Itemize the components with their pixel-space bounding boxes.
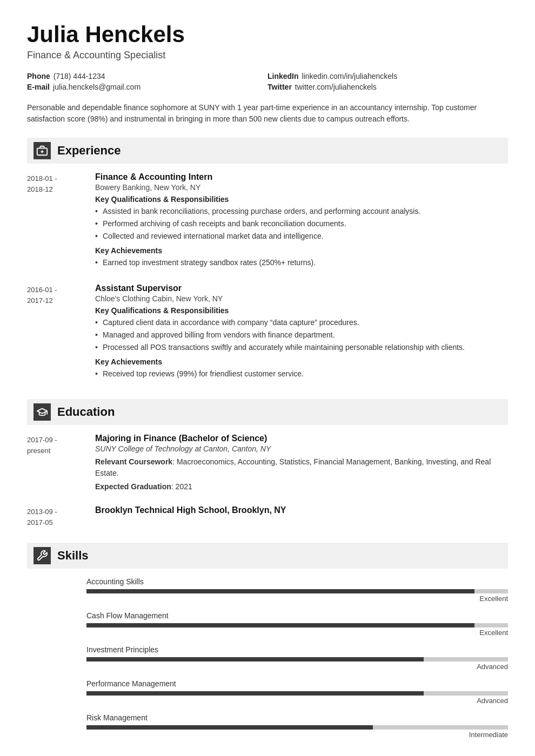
experience-entry-1-qual-label: Key Qualifications & Responsibilities (95, 195, 508, 204)
candidate-name: Julia Henckels (27, 22, 508, 48)
education-entry-1-graduation: Expected Graduation: 2021 (95, 481, 508, 492)
phone-contact: Phone (718) 444-1234 (27, 72, 268, 80)
twitter-contact: Twitter twitter.com/juliahenckels (268, 83, 508, 91)
candidate-subtitle: Finance & Accounting Specialist (27, 50, 508, 61)
experience-entry-2-qual-label: Key Qualifications & Responsibilities (95, 306, 508, 315)
list-item: Performed archiving of cash receipts and… (95, 218, 508, 230)
linkedin-label: LinkedIn (268, 72, 299, 80)
list-item: Earned top investment strategy sandbox r… (95, 257, 508, 268)
contact-grid: Phone (718) 444-1234 LinkedIn linkedin.c… (27, 72, 508, 91)
experience-entry-1-org: Bowery Banking, New York, NY (95, 183, 508, 192)
summary-text: Personable and dependable finance sophom… (27, 102, 508, 125)
graduation-label: Expected Graduation (95, 482, 171, 491)
skill-item-2: Investment Principles Advanced (86, 645, 508, 671)
experience-entry-1-ach-list: Earned top investment strategy sandbox r… (95, 257, 508, 268)
education-entry-2-title: Brooklyn Technical High School, Brooklyn… (95, 505, 508, 515)
linkedin-contact: LinkedIn linkedin.com/in/juliahenckels (268, 72, 508, 80)
skills-title: Skills (57, 549, 88, 563)
experience-entry-1-qual-list: Assisted in bank reconciliations, proces… (95, 206, 508, 242)
skill-bar-fill (86, 589, 474, 593)
skill-bar-fill (86, 725, 373, 730)
education-entry-1-org: SUNY College of Technology at Canton, Ca… (95, 444, 508, 453)
email-contact: E-mail julia.henckels@gmail.com (27, 83, 268, 91)
education-entry-1-date: 2017-09 -present (27, 434, 86, 495)
skill-bar-container (86, 623, 508, 627)
skill-item-0: Accounting Skills Excellent (86, 577, 508, 603)
experience-entry-2-date: 2016-01 -2017-12 (27, 284, 86, 384)
skill-item-3: Performance Management Advanced (86, 679, 508, 705)
skill-level: Intermediate (86, 731, 508, 739)
skill-name: Performance Management (86, 679, 508, 688)
education-entry-2-content: Brooklyn Technical High School, Brooklyn… (95, 505, 508, 528)
education-entry-1-coursework: Relevant Coursework: Macroeconomics, Acc… (95, 456, 508, 479)
experience-header: Experience (27, 138, 508, 164)
skills-icon (34, 547, 51, 564)
education-icon (34, 403, 51, 421)
list-item: Processed all POS transactions swiftly a… (95, 342, 508, 353)
skill-bar-fill (86, 657, 424, 662)
skill-bar-container (86, 657, 508, 662)
education-title: Education (57, 405, 115, 419)
phone-value: (718) 444-1234 (54, 72, 105, 80)
experience-entry-2-title: Assistant Supervisor (95, 284, 508, 293)
education-entry-1-title: Majoring in Finance (Bachelor of Science… (95, 434, 508, 443)
experience-entry-1-title: Finance & Accounting Intern (95, 172, 508, 182)
experience-entry-1-date: 2018-01 -2018-12 (27, 172, 86, 273)
education-entry-2-date: 2013-09 -2017-05 (27, 505, 86, 528)
list-item: Managed and approved billing from vendor… (95, 329, 508, 341)
experience-section: Experience 2018-01 -2018-12 Finance & Ac… (27, 138, 508, 384)
list-item: Captured client data in accordance with … (95, 317, 508, 328)
experience-icon (34, 142, 51, 159)
skill-level: Excellent (86, 595, 508, 603)
skill-bar-container (86, 725, 508, 730)
experience-entry-2: 2016-01 -2017-12 Assistant Supervisor Ch… (27, 284, 508, 384)
skill-item-4: Risk Management Intermediate (86, 713, 508, 739)
skills-list: Accounting Skills Excellent Cash Flow Ma… (27, 577, 508, 739)
twitter-label: Twitter (268, 83, 292, 91)
skill-level: Advanced (86, 697, 508, 705)
education-entry-1: 2017-09 -present Majoring in Finance (Ba… (27, 434, 508, 495)
experience-entry-2-ach-label: Key Achievements (95, 357, 508, 366)
email-label: E-mail (27, 83, 50, 91)
education-entry-1-content: Majoring in Finance (Bachelor of Science… (95, 434, 508, 495)
experience-entry-1-content: Finance & Accounting Intern Bowery Banki… (95, 172, 508, 273)
skill-name: Cash Flow Management (86, 611, 508, 620)
experience-title: Experience (57, 144, 121, 158)
skill-item-1: Cash Flow Management Excellent (86, 611, 508, 637)
education-section: Education 2017-09 -present Majoring in F… (27, 399, 508, 528)
graduation-value: 2021 (176, 482, 192, 491)
skill-bar-fill (86, 691, 424, 696)
skill-bar-container (86, 691, 508, 696)
linkedin-value: linkedin.com/in/juliahenckels (302, 72, 398, 80)
experience-entry-1-ach-label: Key Achievements (95, 246, 508, 255)
skill-bar-fill (86, 623, 474, 627)
skill-level: Advanced (86, 663, 508, 671)
skills-header: Skills (27, 543, 508, 569)
list-item: Received top reviews (99%) for friendlie… (95, 368, 508, 380)
experience-entry-2-ach-list: Received top reviews (99%) for friendlie… (95, 368, 508, 380)
education-header: Education (27, 399, 508, 425)
skill-name: Investment Principles (86, 645, 508, 654)
coursework-label: Relevant Coursework (95, 457, 172, 466)
email-value: julia.henckels@gmail.com (53, 83, 141, 91)
experience-entry-2-org: Chloe's Clothing Cabin, New York, NY (95, 294, 508, 303)
education-entry-2: 2013-09 -2017-05 Brooklyn Technical High… (27, 505, 508, 528)
skill-level: Excellent (86, 629, 508, 637)
twitter-value: twitter.com/juliahenckels (295, 83, 377, 91)
experience-entry-1: 2018-01 -2018-12 Finance & Accounting In… (27, 172, 508, 273)
skills-section: Skills Accounting Skills Excellent Cash … (27, 543, 508, 739)
skill-bar-container (86, 589, 508, 593)
phone-label: Phone (27, 72, 50, 80)
skill-name: Risk Management (86, 713, 508, 722)
skill-name: Accounting Skills (86, 577, 508, 586)
experience-entry-2-qual-list: Captured client data in accordance with … (95, 317, 508, 353)
experience-entry-2-content: Assistant Supervisor Chloe's Clothing Ca… (95, 284, 508, 384)
list-item: Collected and reviewed international mar… (95, 231, 508, 242)
list-item: Assisted in bank reconciliations, proces… (95, 206, 508, 217)
